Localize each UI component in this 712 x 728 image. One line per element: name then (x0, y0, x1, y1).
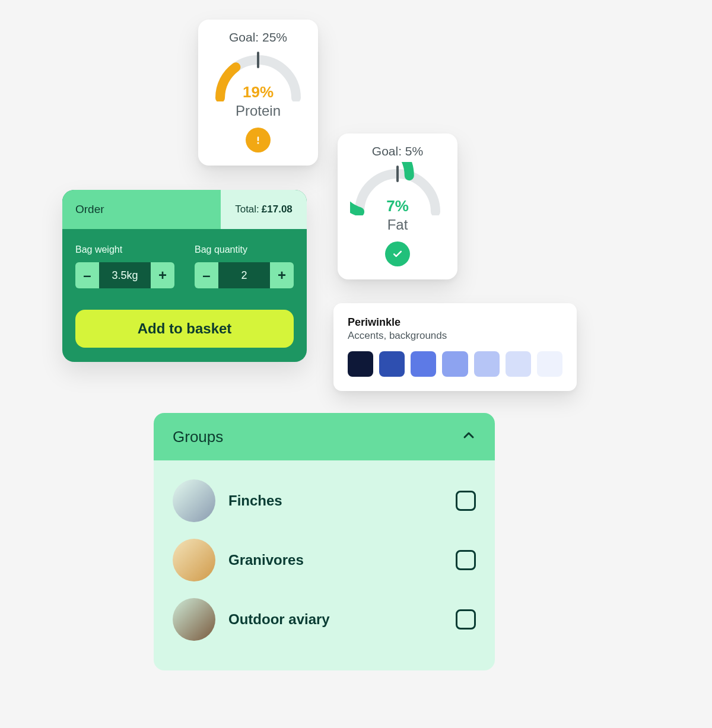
gauge-name-label: Fat (387, 217, 408, 233)
gauge-goal-label: Goal: 5% (372, 144, 423, 158)
group-row[interactable]: Finches (170, 471, 478, 530)
gauge-value: 19% (211, 83, 306, 101)
groups-card: Groups FinchesGranivoresOutdoor aviary (154, 413, 495, 670)
gauge-tick (396, 166, 399, 182)
svg-rect-1 (258, 136, 259, 141)
bag-quantity-field: Bag quantity – 2 + (195, 244, 294, 288)
order-title: Order (62, 190, 221, 229)
order-total: Total: £17.08 (221, 190, 307, 229)
group-label: Granivores (228, 552, 443, 568)
color-swatch[interactable] (474, 351, 500, 377)
gauge-arc: 19% (211, 48, 306, 101)
chevron-up-icon (462, 428, 476, 445)
weight-decrement-button[interactable]: – (75, 262, 99, 288)
bag-weight-field: Bag weight – 3.5kg + (75, 244, 174, 288)
group-row[interactable]: Outdoor aviary (170, 590, 478, 649)
color-swatch[interactable] (348, 351, 373, 377)
swatch-row (348, 351, 562, 377)
gauge-goal-label: Goal: 25% (229, 30, 287, 44)
groups-title: Groups (173, 428, 223, 446)
group-avatar (173, 598, 215, 641)
group-avatar (173, 479, 215, 522)
color-swatch[interactable] (411, 351, 436, 377)
quantity-value: 2 (218, 262, 270, 288)
gauge-value: 7% (350, 197, 445, 215)
gauge-tick (257, 52, 259, 68)
palette-title: Periwinkle (348, 316, 562, 329)
group-checkbox[interactable] (456, 550, 476, 570)
order-total-label: Total: (235, 204, 259, 215)
group-label: Outdoor aviary (228, 611, 443, 628)
color-swatch[interactable] (537, 351, 562, 377)
groups-header[interactable]: Groups (154, 413, 495, 460)
gauge-card-fat: Goal: 5% 7% Fat (338, 133, 457, 279)
bag-quantity-label: Bag quantity (195, 244, 294, 255)
color-swatch[interactable] (506, 351, 531, 377)
group-checkbox[interactable] (456, 491, 476, 511)
color-swatch[interactable] (442, 351, 468, 377)
add-to-basket-button[interactable]: Add to basket (75, 310, 294, 348)
weight-increment-button[interactable]: + (151, 262, 174, 288)
order-card: Order Total: £17.08 Bag weight – 3.5kg +… (62, 190, 307, 362)
bag-weight-label: Bag weight (75, 244, 174, 255)
palette-card: Periwinkle Accents, backgrounds (333, 303, 577, 391)
order-total-amount: £17.08 (262, 204, 293, 215)
check-icon (385, 241, 410, 266)
palette-subtitle: Accents, backgrounds (348, 330, 562, 342)
color-swatch[interactable] (379, 351, 405, 377)
bag-quantity-stepper: – 2 + (195, 262, 294, 288)
weight-value: 3.5kg (99, 262, 151, 288)
gauge-name-label: Protein (236, 103, 281, 119)
warning-icon (246, 128, 271, 152)
gauge-arc: 7% (350, 162, 445, 215)
group-row[interactable]: Granivores (170, 530, 478, 590)
group-checkbox[interactable] (456, 609, 476, 630)
order-header: Order Total: £17.08 (62, 190, 307, 229)
bag-weight-stepper: – 3.5kg + (75, 262, 174, 288)
group-avatar (173, 539, 215, 581)
gauge-card-protein: Goal: 25% 19% Protein (198, 20, 318, 166)
svg-point-2 (258, 142, 259, 144)
quantity-increment-button[interactable]: + (270, 262, 294, 288)
group-label: Finches (228, 492, 443, 509)
quantity-decrement-button[interactable]: – (195, 262, 218, 288)
